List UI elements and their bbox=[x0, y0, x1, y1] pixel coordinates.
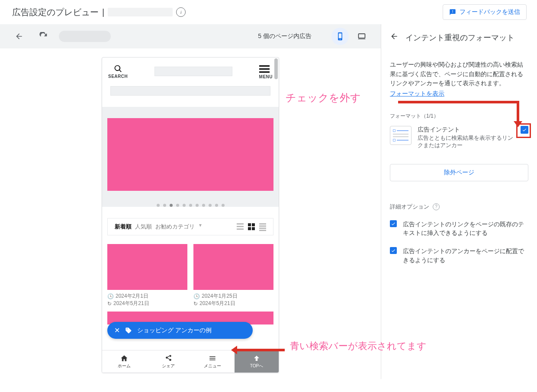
option-1-checkbox[interactable] bbox=[390, 220, 397, 227]
sort-recommended[interactable]: お勧めカテゴリ bbox=[155, 223, 195, 231]
page-title: 広告設定のプレビュー bbox=[12, 6, 99, 18]
nav-top[interactable]: TOPへ bbox=[235, 350, 279, 373]
nav-label: メニュー bbox=[204, 363, 221, 369]
shopping-anchor[interactable]: ✕ ショッピング アンカーの例 bbox=[107, 322, 253, 339]
info-icon[interactable]: i bbox=[176, 7, 186, 17]
card-2[interactable]: 🕓2024年1月25日 ↻2024年5月21日 bbox=[193, 244, 273, 307]
help-icon[interactable]: ? bbox=[433, 203, 440, 210]
anchor-label: ショッピング アンカーの例 bbox=[137, 327, 212, 334]
sort-popular[interactable]: 人気順 bbox=[135, 223, 152, 231]
hamburger-icon bbox=[259, 65, 270, 73]
card-date: 2024年1月25日 bbox=[202, 292, 238, 300]
desktop-icon bbox=[357, 32, 366, 41]
view-compact-icon[interactable] bbox=[259, 223, 266, 230]
nav-label: TOPへ bbox=[250, 363, 263, 369]
mobile-icon bbox=[336, 32, 344, 41]
home-icon bbox=[120, 354, 128, 362]
nav-label: ホーム bbox=[118, 363, 131, 369]
view-grid-icon[interactable] bbox=[248, 223, 255, 230]
clock-icon: 🕓 bbox=[107, 293, 114, 299]
back-button[interactable] bbox=[10, 28, 28, 45]
mock-subtitle-placeholder bbox=[110, 86, 270, 96]
format-sub: 広告とともに検索結果を表示するリンクまたはアンカー bbox=[418, 135, 514, 149]
card-thumb bbox=[107, 244, 187, 290]
refresh-icon: ↻ bbox=[193, 301, 198, 307]
feedback-button[interactable]: フィードバックを送信 bbox=[443, 4, 527, 20]
nav-label: シェア bbox=[162, 363, 175, 369]
card-updated: 2024年5月21日 bbox=[113, 300, 149, 307]
card-updated: 2024年5月21日 bbox=[199, 300, 235, 307]
view-list-icon[interactable] bbox=[237, 223, 244, 230]
card-thumb bbox=[193, 244, 273, 290]
advanced-options-label: 詳細オプション bbox=[390, 203, 429, 211]
mock-menu-button[interactable]: MENU bbox=[259, 64, 273, 79]
menu-icon bbox=[209, 354, 216, 362]
tag-icon bbox=[125, 327, 132, 334]
annotation-arrow-1 bbox=[398, 101, 519, 103]
option-1-label: 広告インテントのリンクをページの既存のテキストに挿入できるようにする bbox=[403, 220, 528, 238]
refresh-icon: ↻ bbox=[107, 301, 112, 307]
feedback-label: フィードバックを送信 bbox=[460, 8, 520, 16]
annotation-arrow-1-head bbox=[514, 121, 522, 127]
carousel-dots[interactable] bbox=[102, 204, 279, 207]
site-name-placeholder bbox=[108, 8, 173, 16]
format-count-label: フォーマット（1/1） bbox=[390, 112, 528, 120]
card-date: 2024年2月1日 bbox=[116, 292, 148, 300]
back-arrow[interactable] bbox=[390, 32, 399, 43]
mock-title-placeholder bbox=[154, 67, 232, 76]
hero-ad-slot bbox=[107, 118, 273, 191]
sort-newest[interactable]: 新着順 bbox=[115, 223, 132, 231]
menu-label: MENU bbox=[259, 74, 273, 79]
desktop-device-button[interactable] bbox=[353, 28, 370, 45]
clock-icon: 🕓 bbox=[193, 293, 200, 299]
url-pill bbox=[59, 31, 111, 42]
exclude-pages-button[interactable]: 除外ページ bbox=[390, 164, 528, 181]
share-icon bbox=[164, 354, 172, 362]
option-2-checkbox[interactable] bbox=[390, 247, 397, 254]
feedback-icon bbox=[449, 9, 456, 16]
annotation-arrow-1 bbox=[517, 101, 519, 122]
panel-description: ユーザーの興味や関心および関連性の高い検索結果に基づく広告で、ページに自動的に配… bbox=[390, 60, 528, 88]
close-icon[interactable]: ✕ bbox=[114, 326, 120, 334]
nav-menu[interactable]: メニュー bbox=[190, 350, 235, 373]
option-2-label: 広告インテントのアンカーをページに配置できるようにする bbox=[403, 247, 528, 265]
mobile-device-button[interactable] bbox=[331, 28, 349, 45]
annotation-arrow-2-head bbox=[231, 346, 237, 354]
scrollbar[interactable] bbox=[274, 58, 278, 79]
search-icon bbox=[114, 64, 122, 73]
panel-title: インテント重視のフォーマット bbox=[405, 32, 514, 43]
page-ad-count: 5 個のページ内広告 bbox=[258, 32, 312, 40]
mobile-preview-frame: SEARCH MENU bbox=[102, 57, 279, 373]
format-name: 広告インテント bbox=[418, 126, 514, 134]
show-format-link[interactable]: フォーマットを表示 bbox=[390, 90, 444, 98]
annotation-arrow-2 bbox=[237, 349, 285, 351]
search-label: SEARCH bbox=[108, 74, 128, 79]
nav-home[interactable]: ホーム bbox=[102, 350, 146, 373]
arrow-up-icon bbox=[253, 354, 260, 362]
reload-button[interactable] bbox=[35, 28, 52, 45]
mock-search-button[interactable]: SEARCH bbox=[108, 64, 128, 79]
format-thumb-icon bbox=[390, 126, 412, 145]
card-1[interactable]: 🕓2024年2月1日 ↻2024年5月21日 bbox=[107, 244, 187, 307]
nav-share[interactable]: シェア bbox=[146, 350, 190, 373]
